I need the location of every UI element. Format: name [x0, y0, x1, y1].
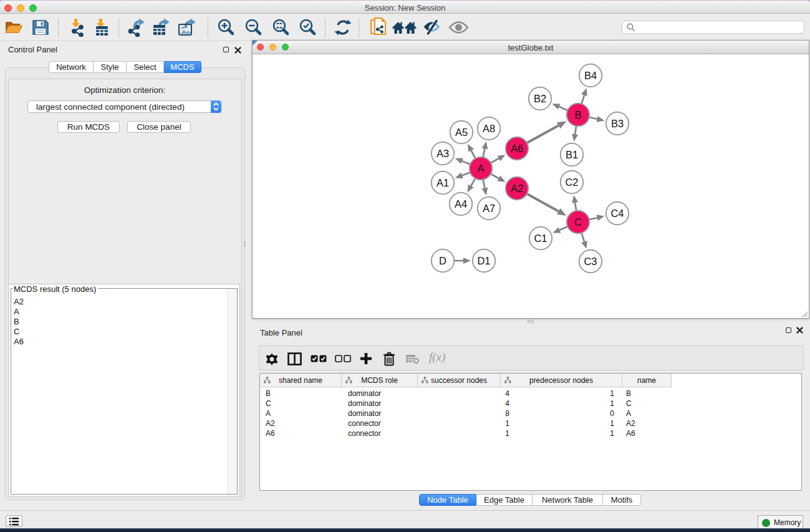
svg-text:A8: A8: [483, 123, 495, 134]
svg-text:D: D: [439, 255, 446, 266]
svg-text:D1: D1: [477, 255, 490, 266]
svg-text:B: B: [574, 109, 581, 120]
svg-text:A5: A5: [455, 127, 468, 138]
svg-text:B3: B3: [611, 118, 624, 129]
svg-text:A6: A6: [511, 143, 523, 154]
svg-text:A3: A3: [436, 148, 449, 159]
svg-text:A4: A4: [455, 198, 467, 210]
svg-text:B2: B2: [534, 93, 546, 104]
svg-text:B4: B4: [584, 70, 597, 81]
svg-text:B1: B1: [566, 149, 578, 160]
svg-text:C3: C3: [584, 256, 597, 267]
svg-text:C: C: [574, 216, 582, 228]
svg-text:A: A: [477, 163, 484, 174]
svg-text:A2: A2: [511, 183, 523, 194]
svg-text:C2: C2: [565, 177, 578, 188]
svg-text:A1: A1: [436, 177, 449, 188]
svg-text:C4: C4: [610, 208, 624, 219]
svg-text:A7: A7: [483, 203, 495, 214]
svg-text:C1: C1: [534, 233, 547, 244]
